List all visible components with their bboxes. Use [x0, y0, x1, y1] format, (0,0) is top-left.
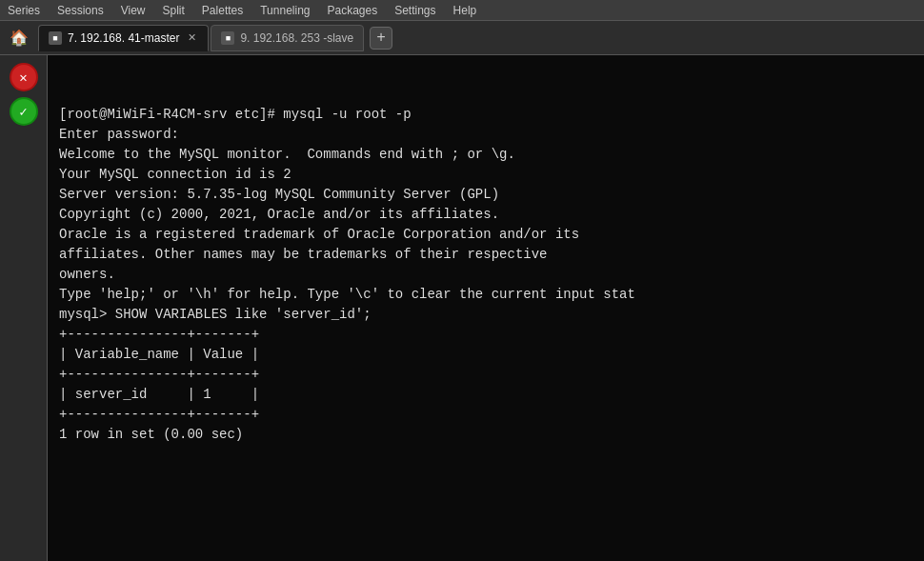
menu-bar: SeriesSessionsViewSplitPalettesTunneling…	[0, 0, 924, 21]
tab-bar: 🏠 ■ 7. 192.168. 41-master ✕ ■ 9. 192.168…	[0, 21, 924, 55]
terminal-line: Copyright (c) 2000, 2021, Oracle and/or …	[59, 205, 913, 225]
terminal-line: 1 row in set (0.00 sec)	[59, 425, 913, 445]
menu-item-packages[interactable]: Packages	[327, 4, 377, 17]
terminal-icon-1: ■	[49, 31, 62, 45]
menu-item-settings[interactable]: Settings	[394, 4, 435, 17]
check-icon: ✓	[19, 104, 27, 120]
menu-item-palettes[interactable]: Palettes	[202, 4, 243, 17]
terminal-icon-2: ■	[221, 31, 234, 45]
x-icon: ✕	[19, 70, 27, 86]
disconnect-button[interactable]: ✕	[10, 63, 38, 91]
main-area: ✕ ✓ [root@MiWiFi-R4CM-srv etc]# mysql -u…	[0, 55, 924, 561]
terminal-line: [root@MiWiFi-R4CM-srv etc]# mysql -u roo…	[59, 105, 913, 125]
tab-close-1[interactable]: ✕	[185, 31, 198, 45]
terminal-line: owners.	[59, 265, 913, 285]
sidebar: ✕ ✓	[0, 55, 48, 561]
terminal-line: Your MySQL connection id is 2	[59, 165, 913, 185]
terminal-line: +---------------+-------+	[59, 325, 913, 345]
menu-item-view[interactable]: View	[121, 4, 146, 17]
terminal-line: mysql> SHOW VARIABLES like 'server_id';	[59, 305, 913, 325]
terminal-line: Type 'help;' or '\h' for help. Type '\c'…	[59, 285, 913, 305]
home-icon[interactable]: 🏠	[6, 25, 32, 51]
terminal-line: | server_id | 1 |	[59, 385, 913, 405]
menu-item-series[interactable]: Series	[8, 4, 40, 17]
terminal-line: +---------------+-------+	[59, 365, 913, 385]
tab-label-2: 9. 192.168. 253 -slave	[240, 31, 353, 45]
menu-item-tunneling[interactable]: Tunneling	[260, 4, 310, 17]
tab-slave[interactable]: ■ 9. 192.168. 253 -slave	[211, 25, 364, 51]
connect-button[interactable]: ✓	[10, 97, 38, 126]
terminal-line: +---------------+-------+	[59, 405, 913, 425]
menu-item-sessions[interactable]: Sessions	[57, 4, 104, 17]
terminal-line: Oracle is a registered trademark of Orac…	[59, 225, 913, 245]
terminal-line: Welcome to the MySQL monitor. Commands e…	[59, 145, 913, 165]
terminal-line: Server version: 5.7.35-log MySQL Communi…	[59, 185, 913, 205]
terminal-output[interactable]: [root@MiWiFi-R4CM-srv etc]# mysql -u roo…	[48, 55, 924, 561]
add-tab-button[interactable]: +	[370, 27, 392, 50]
menu-item-split[interactable]: Split	[163, 4, 185, 17]
terminal-line: Enter password:	[59, 125, 913, 145]
tab-label-1: 7. 192.168. 41-master	[68, 31, 179, 45]
menu-item-help[interactable]: Help	[453, 4, 477, 17]
terminal-line: | Variable_name | Value |	[59, 345, 913, 365]
terminal-line: affiliates. Other names may be trademark…	[59, 245, 913, 265]
tab-master[interactable]: ■ 7. 192.168. 41-master ✕	[38, 25, 209, 51]
